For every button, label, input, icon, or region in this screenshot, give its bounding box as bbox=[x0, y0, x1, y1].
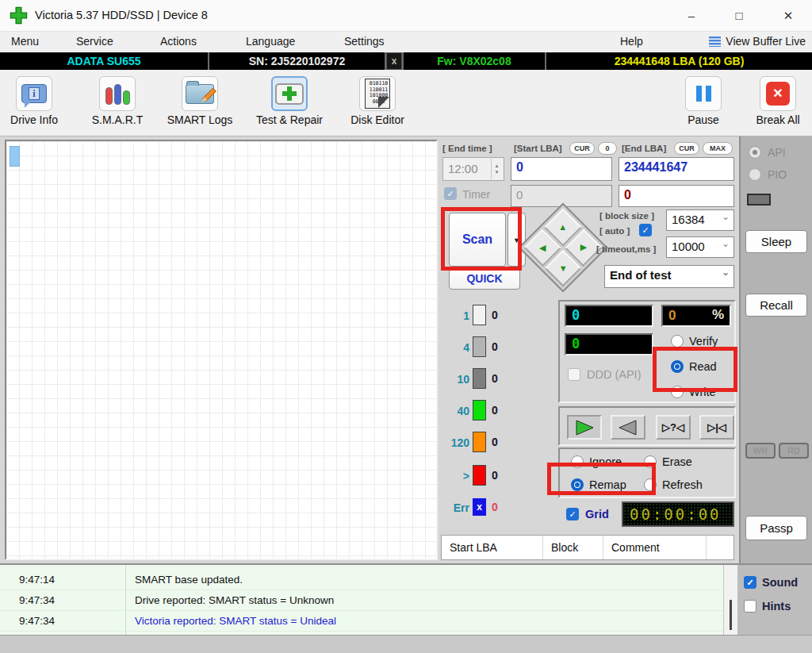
scan-button[interactable]: Scan bbox=[449, 213, 506, 267]
block-size-value: 16384 bbox=[672, 213, 705, 226]
timeout-label: [ timeout,ms ] bbox=[596, 244, 656, 254]
test-repair-label: Test & Repair bbox=[247, 113, 331, 126]
status-footer bbox=[0, 635, 812, 653]
menu-item-menu[interactable]: Menu bbox=[11, 35, 39, 48]
write-radio[interactable] bbox=[671, 386, 684, 398]
pause-icon bbox=[696, 86, 711, 102]
end-time-value: 12:00 bbox=[448, 162, 478, 175]
read-label: Read bbox=[689, 360, 717, 373]
bottom-right-options: ✓ Sound Hints bbox=[737, 563, 812, 635]
pause-button[interactable]: Pause bbox=[679, 76, 728, 126]
spinner-arrows-icon[interactable]: ▲▼ bbox=[491, 159, 502, 179]
wr-button[interactable]: WR bbox=[745, 443, 776, 459]
menu-item-actions[interactable]: Actions bbox=[160, 35, 197, 48]
legend-swatch bbox=[473, 336, 486, 357]
legend-row-10: 10 0 bbox=[441, 368, 552, 394]
rd-button[interactable]: RD bbox=[779, 443, 809, 459]
verify-radio[interactable] bbox=[671, 335, 684, 348]
maximize-button[interactable]: □ bbox=[722, 5, 756, 27]
grid-checkbox[interactable]: ✓ bbox=[566, 508, 579, 520]
end-lba-max-button[interactable]: MAX bbox=[703, 142, 733, 155]
progress-panel: 0 0 % 0 DDD (API) Verify Read Write bbox=[558, 300, 736, 403]
hints-option: Hints bbox=[744, 600, 791, 613]
chevron-down-icon: ⌄ bbox=[722, 238, 730, 249]
lba-position-display: 0 bbox=[565, 305, 653, 327]
timer-checkbox[interactable]: ✓ bbox=[444, 187, 457, 200]
quick-button[interactable]: QUICK bbox=[449, 268, 520, 290]
start-forward-button[interactable] bbox=[567, 415, 602, 440]
smart-button[interactable]: S.M.A.R.T bbox=[82, 76, 152, 126]
column-block[interactable]: Block bbox=[543, 536, 603, 559]
minimize-button[interactable]: – bbox=[674, 5, 709, 27]
log-scrollbar[interactable] bbox=[723, 565, 737, 635]
view-buffer-live-button[interactable]: View Buffer Live bbox=[709, 35, 806, 48]
seek-edge-button[interactable]: ▷|◁ bbox=[699, 415, 734, 440]
break-all-label: Break All bbox=[750, 113, 806, 126]
disk-editor-button[interactable]: 010110 110011 101000 0001 Disk Editor bbox=[346, 76, 409, 126]
window-title: Victoria 5.37 HDD/SSD | Device 8 bbox=[35, 9, 208, 21]
end-lba-input[interactable]: 234441647 bbox=[619, 157, 734, 181]
legend-label: 10 bbox=[441, 373, 469, 386]
auto-checkbox[interactable]: ✓ bbox=[639, 224, 652, 236]
separator-x-button[interactable]: x bbox=[386, 52, 402, 70]
end-lba-secondary-input[interactable]: 0 bbox=[619, 185, 734, 207]
sound-label: Sound bbox=[762, 576, 798, 589]
info-bubble-icon: i bbox=[21, 84, 47, 103]
column-start-lba[interactable]: Start LBA bbox=[442, 536, 543, 559]
api-radio[interactable] bbox=[749, 146, 761, 159]
legend-swatch bbox=[473, 305, 486, 325]
percent-sign: % bbox=[712, 307, 724, 323]
sound-checkbox[interactable]: ✓ bbox=[744, 576, 756, 589]
auto-label: [ auto ] bbox=[599, 226, 630, 236]
menu-item-help[interactable]: Help bbox=[620, 35, 643, 48]
log-scrollbar-thumb[interactable] bbox=[730, 600, 732, 630]
start-lba-input[interactable]: 0 bbox=[511, 157, 612, 181]
buffer-list-icon bbox=[709, 36, 721, 47]
recall-button[interactable]: Recall bbox=[745, 294, 807, 317]
end-of-test-combo[interactable]: End of test ⌄ bbox=[604, 265, 734, 288]
block-size-combo[interactable]: 16384 ⌄ bbox=[666, 209, 734, 231]
timeout-combo[interactable]: 10000 ⌄ bbox=[666, 236, 734, 258]
column-comment[interactable]: Comment bbox=[603, 536, 707, 559]
passp-button[interactable]: Passp bbox=[745, 516, 807, 540]
percent-display: 0 % bbox=[661, 305, 731, 327]
dropdown-arrow-icon: ▼ bbox=[513, 236, 520, 244]
scan-dropdown-button[interactable]: ▼ bbox=[508, 213, 526, 267]
close-button[interactable]: ✕ bbox=[771, 5, 806, 27]
seek-edge-icon: ▷|◁ bbox=[707, 421, 726, 433]
pio-radio[interactable] bbox=[749, 168, 761, 181]
legend-row-120: 120 0 bbox=[441, 432, 552, 457]
menu-item-settings[interactable]: Settings bbox=[344, 35, 385, 48]
read-radio[interactable] bbox=[671, 360, 684, 373]
legend-label: > bbox=[441, 470, 469, 482]
sleep-button[interactable]: Sleep bbox=[745, 230, 807, 253]
end-lba-cur-button[interactable]: CUR bbox=[674, 142, 699, 155]
legend-swatch bbox=[473, 368, 486, 389]
verify-label: Verify bbox=[689, 335, 718, 348]
menu-item-service[interactable]: Service bbox=[76, 35, 113, 48]
ddd-api-checkbox[interactable] bbox=[568, 368, 580, 381]
refresh-radio[interactable] bbox=[644, 478, 657, 491]
legend-label: Err bbox=[441, 501, 469, 514]
test-repair-button[interactable]: Test & Repair bbox=[247, 76, 331, 126]
smart-logs-button[interactable]: SMART Logs bbox=[162, 76, 238, 126]
seek-unknown-button[interactable]: ▷?◁ bbox=[656, 415, 691, 440]
legend-label: 4 bbox=[441, 341, 469, 354]
scan-grid-map[interactable] bbox=[5, 140, 438, 560]
start-backward-button[interactable] bbox=[611, 415, 645, 440]
grid-label: Grid bbox=[585, 508, 609, 520]
scan-cursor-block bbox=[10, 146, 20, 167]
start-lba-cur-button[interactable]: CUR bbox=[569, 142, 595, 155]
start-lba-zero-button[interactable]: 0 bbox=[598, 142, 617, 155]
arrow-down-icon: ▼ bbox=[559, 263, 568, 273]
remap-radio[interactable] bbox=[571, 478, 584, 491]
hints-checkbox[interactable] bbox=[744, 600, 756, 613]
end-time-spinner[interactable]: 12:00 ▲▼ bbox=[442, 157, 504, 181]
menu-item-language[interactable]: Language bbox=[246, 35, 295, 48]
log-message: Victoria reported: SMART status = Unidea… bbox=[135, 615, 336, 627]
timer-label: Timer bbox=[462, 188, 490, 201]
ignore-radio[interactable] bbox=[571, 455, 584, 468]
break-all-button[interactable]: ✕ Break All bbox=[750, 76, 806, 126]
drive-info-button[interactable]: i Drive Info bbox=[6, 76, 62, 126]
erase-radio[interactable] bbox=[644, 455, 657, 468]
